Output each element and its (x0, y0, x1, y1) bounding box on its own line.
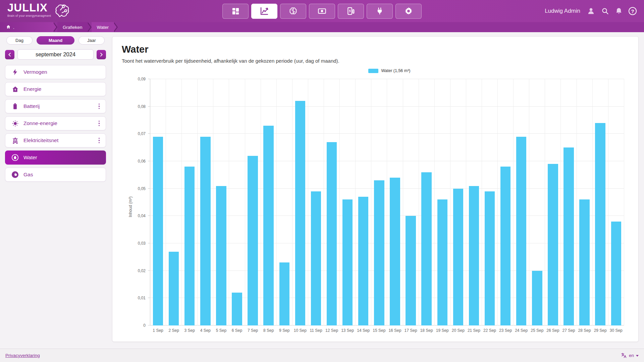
chart-legend[interactable]: Water (1,56 m³) (150, 68, 629, 73)
y-tick-mark (148, 133, 150, 134)
money-nav-button[interactable] (309, 4, 335, 19)
language-selector[interactable]: en (621, 352, 639, 359)
search-icon[interactable] (601, 7, 609, 15)
water-bar[interactable] (232, 293, 242, 325)
kebab-menu-icon[interactable] (97, 119, 102, 128)
bar-slot: 28 Sep (577, 79, 593, 325)
period-tabs: DagMaandJaar (6, 36, 105, 45)
chart-area: Inhoud (m³) 00,010,020,030,040,050,060,0… (122, 74, 629, 340)
bar-slot: 16 Sep (387, 79, 403, 325)
bar-slot: 22 Sep (482, 79, 498, 325)
bar-slot: 30 Sep (608, 79, 624, 325)
sidebar-item-elektriciteitsnet[interactable]: Elektriciteitsnet (5, 133, 106, 147)
water-bar[interactable] (421, 172, 431, 325)
x-axis-label: 28 Sep (578, 328, 591, 333)
sidebar-item-vermogen[interactable]: Vermogen (5, 65, 106, 79)
water-bar[interactable] (485, 191, 495, 325)
chevron-left-icon (7, 52, 12, 57)
date-field[interactable]: september 2024 (17, 49, 94, 60)
water-bar[interactable] (358, 197, 368, 325)
sidebar-item-zonne-energie[interactable]: Zonne-energie (5, 116, 106, 130)
bar-slot: 29 Sep (593, 79, 608, 325)
water-bar[interactable] (248, 156, 258, 325)
kebab-menu-icon[interactable] (97, 136, 102, 145)
notifications-bell-icon[interactable] (615, 7, 623, 15)
water-bar[interactable] (453, 189, 463, 325)
water-bar[interactable] (342, 199, 353, 325)
app-window: JULLIX Brain of your energymanagment Lud… (0, 0, 644, 362)
water-bar[interactable] (279, 262, 289, 325)
water-bar[interactable] (184, 167, 195, 325)
breadcrumb-item-grafieken[interactable]: Grafieken (57, 22, 88, 32)
y-tick-mark (148, 106, 150, 107)
tab-dag[interactable]: Dag (6, 36, 33, 45)
charger-nav-button[interactable] (338, 4, 364, 19)
brain-nav-button[interactable] (280, 4, 306, 19)
x-axis-label: 29 Sep (594, 328, 607, 333)
bar-slot: 24 Sep (514, 79, 529, 325)
water-bar[interactable] (579, 199, 589, 325)
sidebar-item-label: Elektriciteitsnet (23, 137, 58, 143)
water-bar[interactable] (327, 142, 337, 325)
water-bar[interactable] (263, 126, 273, 325)
water-bar[interactable] (390, 178, 400, 325)
water-bar[interactable] (374, 180, 384, 325)
water-bar[interactable] (564, 147, 574, 325)
x-axis-label: 17 Sep (405, 328, 417, 333)
next-period-button[interactable] (97, 50, 106, 59)
breadcrumb-separator-icon (54, 22, 57, 32)
water-bar[interactable] (595, 123, 605, 325)
content-area: DagMaandJaar september 2024 VermogenEner… (0, 32, 644, 349)
main-panel: Water Toont het waterverbruik per tijdse… (111, 32, 644, 349)
sidebar-item-water[interactable]: Water (5, 150, 106, 165)
water-bar[interactable] (532, 271, 542, 325)
water-bar[interactable] (611, 222, 621, 325)
sidebar-item-gas[interactable]: Gas (5, 168, 106, 182)
pylon-icon (11, 136, 19, 144)
breadcrumb-separator-icon (114, 22, 118, 32)
user-avatar-icon[interactable] (587, 7, 595, 15)
help-icon[interactable]: ? (629, 7, 637, 15)
water-bar[interactable] (516, 137, 526, 326)
water-bar[interactable] (169, 252, 179, 326)
sidebar-item-label: Zonne-energie (23, 120, 57, 126)
dashboard-nav-button[interactable] (222, 4, 249, 19)
sidebar-item-energie[interactable]: Energie (5, 82, 106, 96)
chart-icon (260, 6, 269, 16)
water-bar[interactable] (311, 191, 321, 325)
water-bar[interactable] (406, 216, 416, 325)
kebab-menu-icon[interactable] (97, 102, 102, 111)
breadcrumb-item-water[interactable]: Water (92, 22, 114, 32)
chart-nav-button[interactable] (251, 4, 277, 19)
water-bar[interactable] (469, 186, 479, 326)
plug-nav-button[interactable] (367, 4, 393, 19)
tab-maand[interactable]: Maand (37, 36, 74, 45)
bar-slot: 21 Sep (466, 79, 482, 325)
water-bar[interactable] (200, 137, 210, 326)
privacy-link[interactable]: Privacyverklaring (5, 353, 40, 358)
water-bar[interactable] (153, 137, 163, 326)
y-tick-label: 0,01 (126, 296, 146, 300)
user-area: Ludwig Admin ? (545, 7, 637, 15)
x-axis-label: 7 Sep (248, 328, 258, 333)
language-code: en (629, 353, 634, 358)
x-axis-label: 21 Sep (468, 328, 480, 333)
water-bar[interactable] (295, 101, 305, 325)
tab-jaar[interactable]: Jaar (78, 36, 105, 45)
app-logo[interactable]: JULLIX Brain of your energymanagment (7, 2, 70, 20)
water-bar[interactable] (548, 164, 558, 325)
gear-icon (404, 6, 413, 16)
x-axis-label: 24 Sep (515, 328, 528, 333)
x-axis-label: 14 Sep (357, 328, 370, 333)
breadcrumb-label: . (13, 25, 14, 30)
sidebar-item-batterij[interactable]: Batterij (5, 99, 106, 113)
previous-period-button[interactable] (5, 50, 14, 59)
bar-slot: 27 Sep (561, 79, 577, 325)
water-bar[interactable] (216, 186, 226, 326)
water-bar[interactable] (500, 167, 511, 325)
y-tick-mark (148, 188, 150, 189)
breadcrumb-item-home[interactable]: . (0, 22, 54, 32)
gear-nav-button[interactable] (395, 4, 422, 19)
x-axis-label: 20 Sep (452, 328, 465, 333)
water-bar[interactable] (437, 199, 447, 325)
